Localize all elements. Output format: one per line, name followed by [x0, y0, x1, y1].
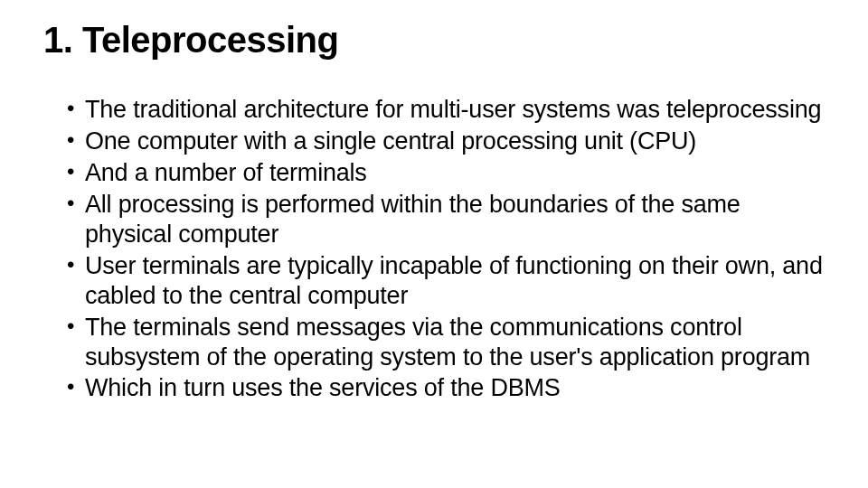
bullet-text: All processing is performed within the b…: [85, 191, 741, 248]
list-item: And a number of terminals: [67, 158, 825, 188]
bullet-text: One computer with a single central proce…: [85, 127, 696, 155]
bullet-text: And a number of terminals: [85, 159, 367, 186]
bullet-text: User terminals are typically incapable o…: [85, 252, 823, 309]
slide-title: 1. Teleprocessing: [43, 20, 825, 61]
slide-container: 1. Teleprocessing The traditional archit…: [0, 0, 868, 488]
list-item: The terminals send messages via the comm…: [67, 313, 825, 372]
bullet-text: The traditional architecture for multi-u…: [85, 96, 821, 123]
bullet-text: The terminals send messages via the comm…: [85, 314, 810, 371]
list-item: User terminals are typically incapable o…: [67, 251, 825, 311]
bullet-text: Which in turn uses the services of the D…: [85, 374, 561, 401]
list-item: All processing is performed within the b…: [67, 190, 825, 249]
list-item: The traditional architecture for multi-u…: [67, 95, 825, 125]
list-item: Which in turn uses the services of the D…: [67, 373, 825, 403]
bullet-list: The traditional architecture for multi-u…: [43, 95, 825, 403]
list-item: One computer with a single central proce…: [67, 127, 825, 156]
